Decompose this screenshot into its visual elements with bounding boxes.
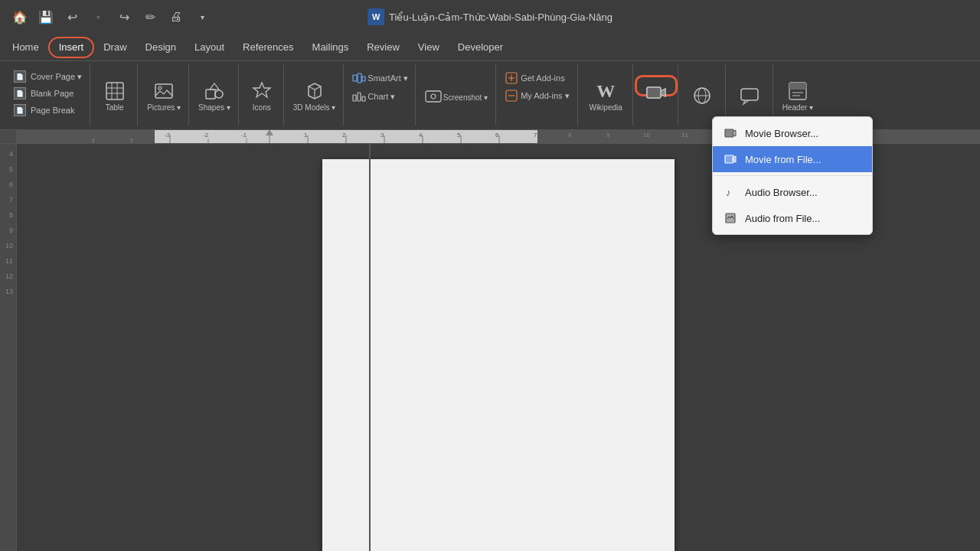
shapes-icon <box>202 79 227 103</box>
my-addins-label: My Add-ins ▾ <box>521 91 569 101</box>
title-area: W Tiểu-Luận-Cảm-Thức-Wabi-Sabi-Phùng-Gia… <box>368 8 612 25</box>
audio-from-file-icon <box>724 211 737 225</box>
ribbon-group-wikipedia: W Wikipedia <box>580 64 633 126</box>
wikipedia-icon: W <box>593 79 618 103</box>
svg-rect-34 <box>789 83 806 90</box>
audio-browser-item[interactable]: ♪ Audio Browser... <box>713 179 872 205</box>
smartart-label: SmartArt ▾ <box>368 73 407 83</box>
audio-browser-label: Audio Browser... <box>745 187 818 198</box>
svg-point-8 <box>215 90 223 98</box>
chart-label: Chart ▾ <box>368 92 395 102</box>
cover-page-icon: 📄 <box>14 70 26 83</box>
print-icon[interactable]: 🖨 <box>165 6 187 28</box>
get-addins-btn[interactable]: Get Add-ins <box>502 70 567 86</box>
screenshot-btn[interactable]: Screenshot ▾ <box>422 87 491 107</box>
blank-page-btn[interactable]: 📄 Blank Page <box>11 86 77 101</box>
svg-rect-0 <box>106 83 123 99</box>
media-icon <box>644 81 668 106</box>
svg-text:2: 2 <box>342 132 346 139</box>
wikipedia-btn[interactable]: W Wikipedia <box>586 77 625 114</box>
movie-browser-item[interactable]: Movie Browser... <box>713 120 872 146</box>
pictures-icon <box>152 79 176 103</box>
line-num-6: 6 <box>0 181 16 196</box>
svg-text:11: 11 <box>681 132 688 139</box>
line-numbers: 4 5 6 7 8 9 10 11 12 13 <box>0 144 17 551</box>
svg-rect-7 <box>206 90 215 99</box>
line-num-5: 5 <box>0 165 16 181</box>
svg-rect-14 <box>362 77 365 81</box>
icons-btn[interactable]: Icons <box>245 77 279 114</box>
more-icon[interactable]: ▾ <box>191 6 213 28</box>
svg-rect-32 <box>741 89 758 100</box>
menu-layout[interactable]: Layout <box>185 37 234 58</box>
menu-home[interactable]: Home <box>3 37 48 58</box>
undo-icon[interactable]: ↩ <box>61 6 83 28</box>
save-icon[interactable]: 💾 <box>35 6 57 28</box>
smartart-btn[interactable]: SmartArt ▾ <box>350 70 410 86</box>
svg-text:-3: -3 <box>165 132 171 139</box>
menu-view[interactable]: View <box>409 37 449 58</box>
menu-draw[interactable]: Draw <box>94 37 136 58</box>
ribbon-group-pages: 📄 Cover Page ▾ 📄 Blank Page 📄 Page Break <box>6 64 90 126</box>
redo-icon[interactable]: ↪ <box>113 6 135 28</box>
home-icon[interactable]: 🏠 <box>9 6 31 28</box>
audio-from-file-item[interactable]: Audio from File... <box>713 205 872 231</box>
svg-text:♪: ♪ <box>726 187 731 198</box>
svg-text:4: 4 <box>419 132 423 139</box>
audio-browser-icon: ♪ <box>724 185 737 199</box>
screenshot-label: Screenshot ▾ <box>443 93 488 102</box>
pictures-btn[interactable]: Pictures ▾ <box>144 77 184 114</box>
svg-text:1: 1 <box>304 132 308 139</box>
icons-btn-icon <box>250 79 274 103</box>
menu-design[interactable]: Design <box>136 37 185 58</box>
3dmodels-btn[interactable]: 3D Models ▾ <box>290 77 339 114</box>
page-break-btn[interactable]: 📄 Page Break <box>11 103 77 118</box>
shapes-btn[interactable]: Shapes ▾ <box>195 77 234 114</box>
svg-rect-18 <box>426 91 441 102</box>
dropdown-separator <box>713 175 872 176</box>
menu-insert[interactable]: Insert <box>48 37 95 58</box>
svg-marker-10 <box>253 83 270 97</box>
ribbon-group-table: Table <box>92 64 138 126</box>
media-btn[interactable] <box>639 80 673 107</box>
cover-page-btn[interactable]: 📄 Cover Page ▾ <box>11 69 85 84</box>
header-btn[interactable]: Header ▾ <box>779 77 817 114</box>
get-addins-label: Get Add-ins <box>521 73 564 83</box>
table-btn[interactable]: Table <box>98 77 132 114</box>
pictures-btn-label: Pictures ▾ <box>147 103 181 112</box>
document-page[interactable] <box>322 159 675 551</box>
page-divider <box>369 144 371 551</box>
comment-icon <box>737 83 762 108</box>
ribbon-group-smartart: SmartArt ▾ Chart ▾ <box>345 64 415 126</box>
ribbon-group-addins: Get Add-ins My Add-ins ▾ <box>498 64 577 126</box>
svg-text:7: 7 <box>534 132 537 139</box>
comment-btn[interactable] <box>733 82 766 109</box>
svg-rect-68 <box>725 129 733 137</box>
header-btn-label: Header ▾ <box>782 103 814 112</box>
cover-page-label: Cover Page ▾ <box>31 72 82 82</box>
svg-text:8: 8 <box>568 132 572 139</box>
movie-from-file-item[interactable]: Movie from File... <box>713 146 872 172</box>
onlinevideo-btn[interactable] <box>685 82 719 109</box>
movie-browser-icon <box>724 126 737 140</box>
menu-review[interactable]: Review <box>358 37 409 58</box>
svg-marker-9 <box>210 83 219 90</box>
ribbon-group-media <box>635 64 678 126</box>
edit-icon[interactable]: ✏ <box>139 6 161 28</box>
toolbar-icons: 🏠 💾 ↩ ▾ ↪ ✏ 🖨 ▾ <box>9 6 213 28</box>
svg-text:-1: -1 <box>241 132 247 139</box>
menu-mailings[interactable]: Mailings <box>303 37 358 58</box>
chart-btn[interactable]: Chart ▾ <box>350 89 397 104</box>
undo-arrow[interactable]: ▾ <box>87 6 109 28</box>
3dmodels-icon <box>302 79 327 103</box>
word-app-icon: W <box>368 8 384 25</box>
line-num-10: 10 <box>0 242 16 257</box>
my-addins-btn[interactable]: My Add-ins ▾ <box>502 88 572 103</box>
svg-marker-28 <box>661 89 665 96</box>
svg-rect-16 <box>358 93 361 101</box>
menu-references[interactable]: References <box>234 37 302 58</box>
line-num-7: 7 <box>0 196 16 211</box>
svg-marker-69 <box>733 130 736 136</box>
svg-rect-12 <box>353 75 357 81</box>
menu-developer[interactable]: Developer <box>449 37 512 58</box>
